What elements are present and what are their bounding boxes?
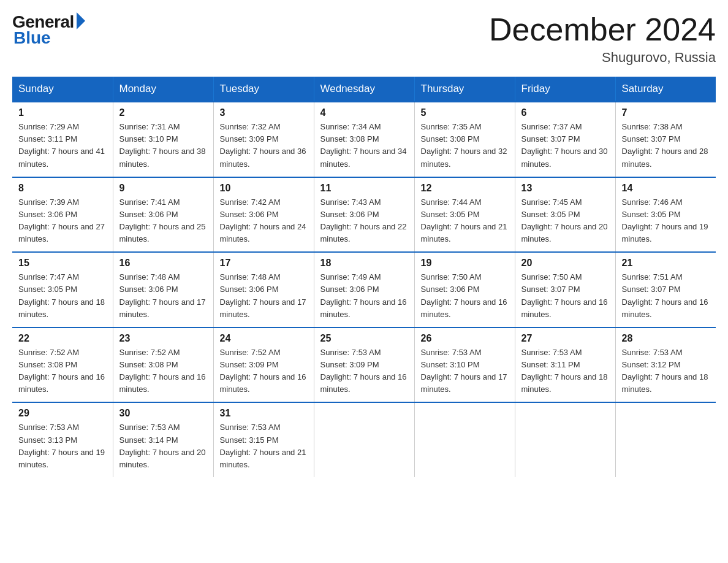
- calendar-week-row: 22 Sunrise: 7:52 AMSunset: 3:08 PMDaylig…: [12, 327, 716, 403]
- day-info: Sunrise: 7:45 AMSunset: 3:05 PMDaylight:…: [521, 197, 608, 243]
- calendar-day-cell: 21 Sunrise: 7:51 AMSunset: 3:07 PMDaylig…: [615, 252, 716, 327]
- day-info: Sunrise: 7:49 AMSunset: 3:06 PMDaylight:…: [320, 272, 407, 318]
- logo-arrow-icon: [77, 12, 85, 29]
- calendar-day-cell: 14 Sunrise: 7:46 AMSunset: 3:05 PMDaylig…: [615, 177, 716, 253]
- day-info: Sunrise: 7:53 AMSunset: 3:10 PMDaylight:…: [421, 348, 507, 394]
- day-number: 4: [320, 107, 408, 118]
- day-info: Sunrise: 7:53 AMSunset: 3:09 PMDaylight:…: [320, 348, 407, 394]
- day-header-wednesday: Wednesday: [314, 77, 414, 102]
- calendar-day-cell: 10 Sunrise: 7:42 AMSunset: 3:06 PMDaylig…: [213, 177, 314, 253]
- calendar-day-cell: 3 Sunrise: 7:32 AMSunset: 3:09 PMDayligh…: [213, 102, 314, 177]
- day-number: 12: [421, 183, 509, 194]
- day-info: Sunrise: 7:34 AMSunset: 3:08 PMDaylight:…: [320, 122, 407, 168]
- day-number: 25: [320, 333, 408, 344]
- day-number: 13: [521, 183, 609, 194]
- logo: General Blue: [12, 12, 85, 48]
- logo-blue-text: Blue: [13, 28, 51, 48]
- day-number: 27: [521, 333, 609, 344]
- day-number: 30: [119, 408, 207, 419]
- day-number: 8: [18, 183, 107, 194]
- day-info: Sunrise: 7:52 AMSunset: 3:08 PMDaylight:…: [18, 348, 105, 394]
- day-number: 2: [119, 107, 207, 118]
- day-info: Sunrise: 7:48 AMSunset: 3:06 PMDaylight:…: [220, 272, 306, 318]
- day-info: Sunrise: 7:32 AMSunset: 3:09 PMDaylight:…: [220, 122, 306, 168]
- day-number: 26: [421, 333, 509, 344]
- calendar-day-cell: 29 Sunrise: 7:53 AMSunset: 3:13 PMDaylig…: [12, 402, 113, 477]
- day-info: Sunrise: 7:52 AMSunset: 3:08 PMDaylight:…: [119, 348, 206, 394]
- day-header-saturday: Saturday: [615, 77, 716, 102]
- day-info: Sunrise: 7:50 AMSunset: 3:06 PMDaylight:…: [421, 272, 507, 318]
- day-info: Sunrise: 7:44 AMSunset: 3:05 PMDaylight:…: [421, 197, 507, 243]
- day-info: Sunrise: 7:47 AMSunset: 3:05 PMDaylight:…: [18, 272, 105, 318]
- day-number: 10: [220, 183, 308, 194]
- day-info: Sunrise: 7:35 AMSunset: 3:08 PMDaylight:…: [421, 122, 507, 168]
- day-number: 7: [622, 107, 710, 118]
- calendar-day-cell: 24 Sunrise: 7:52 AMSunset: 3:09 PMDaylig…: [213, 327, 314, 403]
- day-number: 3: [220, 107, 308, 118]
- day-header-monday: Monday: [113, 77, 213, 102]
- day-info: Sunrise: 7:48 AMSunset: 3:06 PMDaylight:…: [119, 272, 206, 318]
- day-number: 22: [18, 333, 107, 344]
- day-header-friday: Friday: [515, 77, 615, 102]
- calendar-week-row: 29 Sunrise: 7:53 AMSunset: 3:13 PMDaylig…: [12, 402, 716, 477]
- day-info: Sunrise: 7:29 AMSunset: 3:11 PMDaylight:…: [18, 122, 105, 168]
- day-number: 15: [18, 258, 107, 269]
- day-info: Sunrise: 7:38 AMSunset: 3:07 PMDaylight:…: [622, 122, 708, 168]
- calendar-empty-cell: [414, 402, 515, 477]
- month-title: December 2024: [489, 12, 716, 47]
- day-info: Sunrise: 7:53 AMSunset: 3:14 PMDaylight:…: [119, 423, 206, 469]
- calendar-day-cell: 11 Sunrise: 7:43 AMSunset: 3:06 PMDaylig…: [314, 177, 414, 253]
- day-number: 20: [521, 258, 609, 269]
- calendar-day-cell: 28 Sunrise: 7:53 AMSunset: 3:12 PMDaylig…: [615, 327, 716, 403]
- day-number: 6: [521, 107, 609, 118]
- calendar-day-cell: 13 Sunrise: 7:45 AMSunset: 3:05 PMDaylig…: [515, 177, 615, 253]
- calendar-day-cell: 27 Sunrise: 7:53 AMSunset: 3:11 PMDaylig…: [515, 327, 615, 403]
- day-info: Sunrise: 7:53 AMSunset: 3:15 PMDaylight:…: [220, 423, 306, 469]
- day-info: Sunrise: 7:46 AMSunset: 3:05 PMDaylight:…: [622, 197, 708, 243]
- day-number: 16: [119, 258, 207, 269]
- calendar-day-cell: 31 Sunrise: 7:53 AMSunset: 3:15 PMDaylig…: [213, 402, 314, 477]
- calendar-day-cell: 7 Sunrise: 7:38 AMSunset: 3:07 PMDayligh…: [615, 102, 716, 177]
- calendar-day-cell: 18 Sunrise: 7:49 AMSunset: 3:06 PMDaylig…: [314, 252, 414, 327]
- calendar-day-cell: 16 Sunrise: 7:48 AMSunset: 3:06 PMDaylig…: [113, 252, 213, 327]
- day-header-tuesday: Tuesday: [213, 77, 314, 102]
- calendar-table: SundayMondayTuesdayWednesdayThursdayFrid…: [12, 77, 716, 477]
- day-header-sunday: Sunday: [12, 77, 113, 102]
- day-info: Sunrise: 7:41 AMSunset: 3:06 PMDaylight:…: [119, 197, 206, 243]
- location: Shugurovo, Russia: [489, 50, 716, 66]
- day-info: Sunrise: 7:43 AMSunset: 3:06 PMDaylight:…: [320, 197, 407, 243]
- day-number: 31: [220, 408, 308, 419]
- calendar-day-cell: 6 Sunrise: 7:37 AMSunset: 3:07 PMDayligh…: [515, 102, 615, 177]
- day-number: 11: [320, 183, 408, 194]
- calendar-empty-cell: [615, 402, 716, 477]
- calendar-day-cell: 26 Sunrise: 7:53 AMSunset: 3:10 PMDaylig…: [414, 327, 515, 403]
- calendar-day-cell: 22 Sunrise: 7:52 AMSunset: 3:08 PMDaylig…: [12, 327, 113, 403]
- day-header-thursday: Thursday: [414, 77, 515, 102]
- calendar-week-row: 1 Sunrise: 7:29 AMSunset: 3:11 PMDayligh…: [12, 102, 716, 177]
- day-number: 9: [119, 183, 207, 194]
- calendar-day-cell: 19 Sunrise: 7:50 AMSunset: 3:06 PMDaylig…: [414, 252, 515, 327]
- day-info: Sunrise: 7:39 AMSunset: 3:06 PMDaylight:…: [18, 197, 105, 243]
- day-number: 1: [18, 107, 107, 118]
- day-number: 5: [421, 107, 509, 118]
- calendar-day-cell: 2 Sunrise: 7:31 AMSunset: 3:10 PMDayligh…: [113, 102, 213, 177]
- calendar-day-cell: 20 Sunrise: 7:50 AMSunset: 3:07 PMDaylig…: [515, 252, 615, 327]
- day-number: 21: [622, 258, 710, 269]
- day-info: Sunrise: 7:37 AMSunset: 3:07 PMDaylight:…: [521, 122, 608, 168]
- title-block: December 2024 Shugurovo, Russia: [489, 12, 716, 66]
- day-number: 17: [220, 258, 308, 269]
- calendar-day-cell: 15 Sunrise: 7:47 AMSunset: 3:05 PMDaylig…: [12, 252, 113, 327]
- calendar-day-cell: 9 Sunrise: 7:41 AMSunset: 3:06 PMDayligh…: [113, 177, 213, 253]
- day-info: Sunrise: 7:31 AMSunset: 3:10 PMDaylight:…: [119, 122, 206, 168]
- day-info: Sunrise: 7:52 AMSunset: 3:09 PMDaylight:…: [220, 348, 306, 394]
- day-number: 23: [119, 333, 207, 344]
- calendar-day-cell: 17 Sunrise: 7:48 AMSunset: 3:06 PMDaylig…: [213, 252, 314, 327]
- page-header: General Blue December 2024 Shugurovo, Ru…: [12, 12, 716, 66]
- day-number: 14: [622, 183, 710, 194]
- day-number: 24: [220, 333, 308, 344]
- calendar-day-cell: 8 Sunrise: 7:39 AMSunset: 3:06 PMDayligh…: [12, 177, 113, 253]
- calendar-day-cell: 25 Sunrise: 7:53 AMSunset: 3:09 PMDaylig…: [314, 327, 414, 403]
- day-info: Sunrise: 7:53 AMSunset: 3:11 PMDaylight:…: [521, 348, 608, 394]
- calendar-empty-cell: [314, 402, 414, 477]
- calendar-week-row: 15 Sunrise: 7:47 AMSunset: 3:05 PMDaylig…: [12, 252, 716, 327]
